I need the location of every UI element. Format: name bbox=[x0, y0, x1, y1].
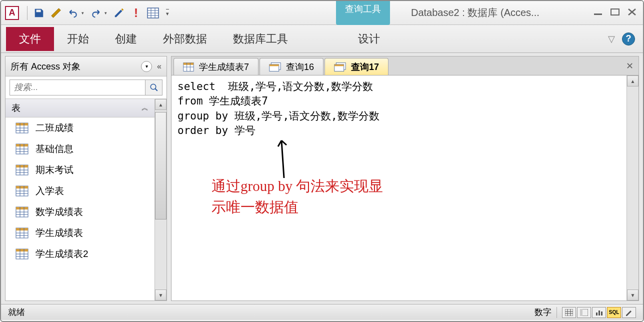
chart-icon bbox=[595, 309, 603, 316]
save-button[interactable] bbox=[32, 6, 46, 20]
datasheet-view-button[interactable] bbox=[146, 6, 160, 20]
ribbon-minimize-icon[interactable]: ▽ bbox=[608, 34, 615, 44]
nav-header: 所有 Access 对象 ▾ « bbox=[6, 56, 166, 76]
search-row bbox=[6, 76, 166, 99]
scroll-track[interactable] bbox=[627, 86, 638, 290]
table-name: 期末考试 bbox=[36, 164, 74, 176]
svg-rect-47 bbox=[16, 249, 28, 252]
svg-rect-69 bbox=[580, 309, 582, 316]
scroll-track[interactable] bbox=[155, 110, 166, 290]
doc-tab-query17-active[interactable]: 查询17 bbox=[324, 58, 388, 75]
quick-tool-2[interactable] bbox=[112, 6, 126, 20]
query-icon bbox=[334, 62, 346, 72]
table-icon bbox=[16, 248, 28, 260]
table-name: 数学成绩表 bbox=[36, 206, 83, 218]
table-item[interactable]: 学生成绩表 bbox=[6, 222, 154, 244]
ruler-icon bbox=[50, 8, 62, 18]
svg-rect-63 bbox=[565, 309, 573, 316]
svg-rect-6 bbox=[594, 14, 602, 15]
ribbon: 文件 开始 创建 外部数据 数据库工具 设计 ▽ ? bbox=[1, 25, 643, 53]
nav-title: 所有 Access 对象 bbox=[10, 60, 138, 72]
editor-scrollbar[interactable]: ▲ ▼ bbox=[626, 76, 638, 300]
nav-scrollbar[interactable]: ▲ ▼ bbox=[154, 99, 166, 300]
search-button[interactable] bbox=[146, 80, 162, 96]
svg-rect-62 bbox=[334, 64, 344, 66]
table-item[interactable]: 数学成绩表 bbox=[6, 202, 154, 222]
nav-group-label: 表 bbox=[12, 102, 20, 114]
table-item[interactable]: 二班成绩 bbox=[6, 118, 154, 138]
table-name: 二班成绩 bbox=[36, 122, 74, 134]
scroll-down-button[interactable]: ▼ bbox=[627, 290, 638, 300]
collapse-icon: ︽ bbox=[142, 104, 148, 112]
sql-text[interactable]: select 班级,学号,语文分数,数学分数 from 学生成绩表7 group… bbox=[172, 76, 626, 300]
document-tabs: 学生成绩表7 查询16 查询17 ✕ bbox=[171, 56, 639, 75]
redo-dropdown[interactable]: ▾ bbox=[104, 10, 110, 16]
window-controls bbox=[592, 7, 638, 17]
table-icon bbox=[183, 62, 194, 72]
datasheet-view-button[interactable] bbox=[562, 307, 576, 318]
svg-line-9 bbox=[155, 88, 158, 91]
close-button[interactable] bbox=[626, 7, 638, 17]
table-icon bbox=[16, 122, 28, 134]
table-name: 学生成绩表2 bbox=[36, 248, 88, 260]
help-button[interactable]: ? bbox=[622, 32, 635, 46]
scroll-down-button[interactable]: ▼ bbox=[155, 290, 166, 300]
undo-icon bbox=[68, 8, 78, 18]
datasheet-icon bbox=[147, 8, 159, 18]
home-tab[interactable]: 开始 bbox=[54, 27, 102, 51]
close-tab-button[interactable]: ✕ bbox=[626, 60, 634, 72]
titlebar: A ▾ ▾ ! ▾ 查询工具 Database2 : 数据库 (Acces... bbox=[1, 1, 643, 25]
quick-tool-alert[interactable]: ! bbox=[128, 6, 144, 20]
doc-tab-query16[interactable]: 查询16 bbox=[260, 58, 324, 75]
qat-customize[interactable]: ▾ bbox=[162, 6, 172, 20]
app-icon: A bbox=[5, 6, 19, 20]
chart-view-button[interactable] bbox=[592, 307, 606, 318]
search-input[interactable] bbox=[10, 80, 146, 96]
sql-label: SQL bbox=[609, 310, 620, 315]
save-icon bbox=[34, 8, 44, 18]
svg-point-8 bbox=[150, 84, 156, 90]
window-title: Database2 : 数据库 (Acces... bbox=[411, 6, 540, 20]
table-item[interactable]: 学生成绩表2 bbox=[6, 244, 154, 264]
table-item[interactable]: 期末考试 bbox=[6, 160, 154, 180]
create-tab[interactable]: 创建 bbox=[102, 27, 150, 51]
navigation-pane: 所有 Access 对象 ▾ « 表 ︽ 二班成绩 基础信息 期末考试 入学表 … bbox=[5, 56, 167, 301]
scroll-up-button[interactable]: ▲ bbox=[627, 76, 638, 86]
svg-rect-71 bbox=[598, 310, 600, 316]
db-tools-tab[interactable]: 数据库工具 bbox=[220, 27, 301, 51]
table-item[interactable]: 入学表 bbox=[6, 180, 154, 202]
svg-rect-70 bbox=[596, 312, 598, 316]
svg-rect-53 bbox=[184, 62, 194, 64]
design-icon bbox=[114, 8, 124, 18]
table-item[interactable]: 基础信息 bbox=[6, 138, 154, 160]
pivot-view-button[interactable] bbox=[577, 307, 591, 318]
undo-dropdown[interactable]: ▾ bbox=[82, 10, 88, 16]
table-name: 学生成绩表 bbox=[36, 226, 83, 240]
separator bbox=[27, 6, 28, 20]
pivot-icon bbox=[580, 309, 588, 316]
scroll-thumb[interactable] bbox=[155, 112, 166, 220]
doc-tab-table[interactable]: 学生成绩表7 bbox=[174, 58, 258, 75]
table-name: 入学表 bbox=[36, 184, 64, 198]
design-tab[interactable]: 设计 bbox=[345, 27, 393, 51]
file-tab[interactable]: 文件 bbox=[6, 27, 54, 51]
sql-view-button[interactable]: SQL bbox=[607, 307, 621, 318]
svg-rect-41 bbox=[16, 228, 28, 230]
quick-tool-1[interactable] bbox=[48, 6, 64, 20]
nav-group-tables[interactable]: 表 ︽ bbox=[6, 99, 154, 118]
external-data-tab[interactable]: 外部数据 bbox=[150, 27, 220, 51]
svg-rect-11 bbox=[16, 123, 28, 126]
undo-button[interactable] bbox=[66, 6, 80, 20]
table-icon bbox=[16, 164, 28, 176]
nav-collapse-button[interactable]: « bbox=[157, 62, 162, 71]
nav-body: 表 ︽ 二班成绩 基础信息 期末考试 入学表 数学成绩表 学生成绩表 学生成绩表… bbox=[6, 99, 166, 300]
nav-filter-button[interactable]: ▾ bbox=[141, 61, 152, 72]
design-view-button[interactable] bbox=[622, 307, 636, 318]
minimize-button[interactable] bbox=[592, 7, 604, 17]
svg-rect-35 bbox=[16, 207, 28, 210]
scroll-up-button[interactable]: ▲ bbox=[155, 99, 166, 110]
sql-editor[interactable]: select 班级,学号,语文分数,数学分数 from 学生成绩表7 group… bbox=[171, 75, 639, 301]
main-area: 所有 Access 对象 ▾ « 表 ︽ 二班成绩 基础信息 期末考试 入学表 … bbox=[1, 53, 643, 304]
maximize-button[interactable] bbox=[609, 7, 621, 17]
redo-button[interactable] bbox=[88, 6, 104, 20]
